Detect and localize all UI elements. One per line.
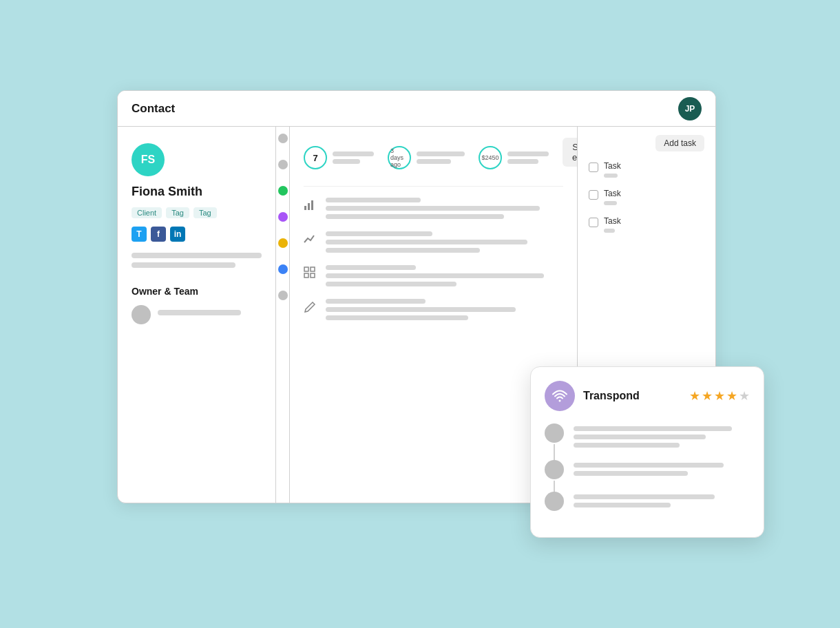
tl-line-3b: [574, 503, 671, 507]
tl-line-1a: [574, 426, 732, 431]
stat-lines-2: [417, 151, 465, 164]
stat-line-c: [417, 151, 465, 156]
bar-chart-icon: [304, 199, 319, 214]
task-item-1: Task: [589, 161, 704, 178]
stat-circle-2: 3 days ago: [388, 146, 411, 169]
activity-content-4: [326, 299, 563, 320]
owner-label: Owner & Team: [132, 286, 262, 297]
star-3: ★: [714, 388, 725, 404]
star-1: ★: [689, 388, 700, 404]
timeline-content-2: [574, 460, 750, 476]
act-line-1a: [326, 198, 421, 202]
svg-rect-6: [311, 273, 315, 278]
act-line-2b: [326, 240, 527, 244]
task-content-1: Task: [604, 161, 621, 178]
owner-row: [132, 305, 262, 324]
transpond-header: Transpond ★ ★ ★ ★ ★: [545, 381, 750, 411]
task-checkbox-3[interactable]: [589, 218, 598, 227]
owner-section: Owner & Team: [132, 286, 262, 324]
user-avatar[interactable]: JP: [678, 97, 702, 121]
status-column: [276, 127, 290, 503]
social-row: T f in: [132, 227, 262, 242]
activity-content-2: [326, 231, 563, 253]
tl-line-1c: [574, 443, 680, 448]
task-item-3: Task: [589, 216, 704, 233]
tags-row: Client Tag Tag: [132, 207, 262, 218]
stat-line-a: [333, 151, 374, 156]
task-checkbox-1[interactable]: [589, 163, 598, 172]
stat-item-1: 7: [304, 146, 374, 169]
status-dot-6: [278, 264, 288, 274]
act-line-2c: [326, 248, 480, 253]
status-dot-2: [278, 160, 288, 169]
add-task-button[interactable]: Add task: [655, 135, 704, 151]
act-line-3a: [326, 265, 416, 270]
task-label-2: Task: [604, 189, 621, 198]
tl-line-1b: [574, 435, 706, 439]
tag-2[interactable]: Tag: [193, 207, 217, 218]
task-checkbox-2[interactable]: [589, 190, 598, 200]
stars-rating: ★ ★ ★ ★ ★: [689, 388, 750, 404]
owner-name-line: [158, 310, 241, 315]
transpond-logo: [545, 381, 575, 411]
stat-item-2: 3 days ago: [388, 146, 465, 169]
svg-rect-0: [304, 206, 306, 210]
facebook-icon[interactable]: f: [151, 227, 166, 242]
linkedin-icon[interactable]: in: [170, 227, 185, 242]
task-sub-1: [604, 174, 618, 178]
timeline-dot-3: [545, 492, 564, 511]
tl-line-3a: [574, 494, 715, 499]
activity-item-4: [304, 299, 563, 320]
activity-content-3: [326, 265, 563, 286]
star-2: ★: [702, 388, 713, 404]
task-content-2: Task: [604, 189, 621, 205]
timeline-dot-1: [545, 423, 564, 443]
tag-client[interactable]: Client: [132, 207, 162, 218]
task-item-2: Task: [589, 189, 704, 205]
tag-1[interactable]: Tag: [166, 207, 189, 218]
task-label-1: Task: [604, 161, 621, 171]
timeline-content-1: [574, 423, 750, 448]
act-line-4a: [326, 299, 426, 304]
status-dot-1: [278, 134, 288, 143]
contact-avatar: FS: [132, 143, 165, 176]
svg-rect-5: [304, 273, 308, 278]
transpond-card: Transpond ★ ★ ★ ★ ★: [530, 366, 764, 538]
placeholder-info-2: [132, 262, 235, 268]
tl-line-2a: [574, 463, 724, 468]
stat-line-f: [507, 159, 538, 164]
timeline-content-3: [574, 492, 750, 507]
stats-row: 7 3 days ago $2450: [304, 138, 563, 187]
act-line-4b: [326, 307, 516, 312]
stat-line-d: [417, 159, 451, 164]
stat-lines-1: [333, 151, 374, 164]
task-label-3: Task: [604, 216, 621, 226]
task-content-3: Task: [604, 216, 621, 233]
send-email-button[interactable]: Send email: [563, 138, 578, 167]
stat-circle-3: $2450: [479, 146, 502, 169]
activity-content-1: [326, 198, 563, 219]
svg-point-7: [559, 400, 561, 402]
crm-header: Contact JP: [118, 91, 715, 127]
svg-rect-3: [304, 267, 308, 271]
svg-rect-1: [308, 203, 310, 210]
owner-avatar: [132, 305, 151, 324]
timeline-item-2: [545, 460, 750, 479]
stat-item-3: $2450: [479, 146, 549, 169]
task-sub-3: [604, 229, 615, 233]
edit-icon: [304, 300, 319, 315]
act-line-3b: [326, 273, 544, 278]
twitter-icon[interactable]: T: [132, 227, 147, 242]
act-line-1b: [326, 206, 540, 211]
status-dot-5: [278, 238, 288, 248]
status-dot-3: [278, 186, 288, 196]
line-chart-icon: [304, 233, 319, 248]
stat-lines-3: [507, 151, 549, 164]
stat-circle-1: 7: [304, 146, 327, 169]
left-sidebar: FS Fiona Smith Client Tag Tag T f in Own…: [118, 127, 276, 503]
act-line-3c: [326, 282, 456, 286]
placeholder-info-1: [132, 253, 262, 258]
star-4: ★: [726, 388, 737, 404]
contact-name: Fiona Smith: [132, 185, 262, 199]
transpond-name: Transpond: [583, 390, 681, 402]
